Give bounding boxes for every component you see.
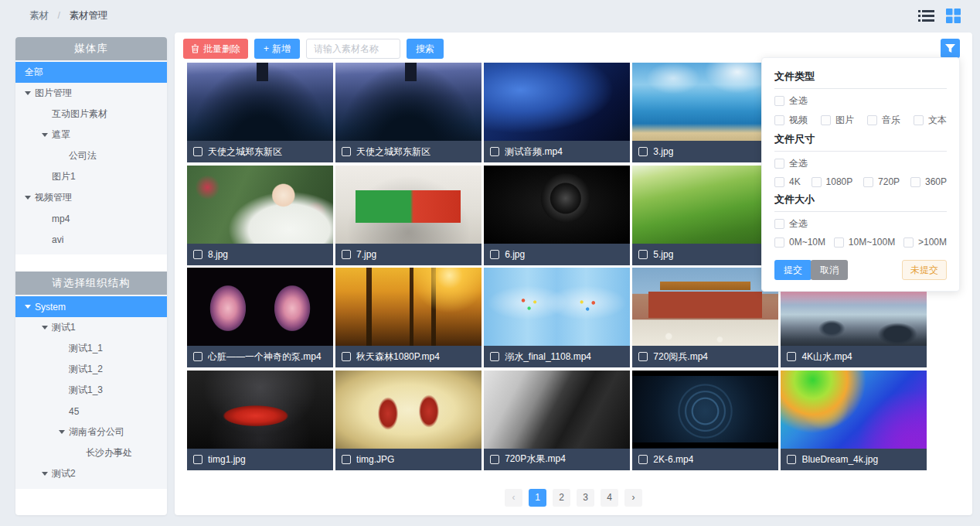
- filter-option[interactable]: >100M: [903, 237, 947, 248]
- org-tree-item[interactable]: 测试2: [15, 463, 167, 484]
- filter-option[interactable]: 图片: [821, 114, 854, 127]
- checkbox-icon[interactable]: [914, 115, 924, 125]
- media-checkbox[interactable]: [342, 455, 351, 464]
- cancel-button[interactable]: 取消: [811, 260, 848, 280]
- caret-down-icon[interactable]: [25, 305, 35, 309]
- media-checkbox[interactable]: [787, 352, 796, 361]
- media-card[interactable]: timg.JPG: [335, 371, 481, 470]
- media-card[interactable]: 秋天森林1080P.mp4: [335, 268, 481, 367]
- media-thumbnail[interactable]: [484, 268, 630, 346]
- media-card[interactable]: 5.jpg: [632, 166, 778, 265]
- media-tree-item[interactable]: 全部: [15, 62, 167, 83]
- media-card[interactable]: 2K-6.mp4: [632, 371, 778, 470]
- media-checkbox[interactable]: [638, 455, 648, 464]
- caret-down-icon[interactable]: [42, 326, 52, 330]
- media-card[interactable]: 3.jpg: [632, 63, 778, 162]
- org-tree-item[interactable]: 测试1: [15, 317, 167, 338]
- media-thumbnail[interactable]: [187, 166, 333, 244]
- page-button[interactable]: 2: [553, 489, 570, 507]
- media-thumbnail[interactable]: [632, 166, 778, 244]
- search-button[interactable]: 搜索: [407, 39, 444, 59]
- org-tree-item[interactable]: System: [15, 296, 167, 317]
- filter-option[interactable]: 音乐: [867, 114, 900, 127]
- org-tree-item[interactable]: 测试1_2: [15, 359, 167, 380]
- filter-select-all[interactable]: 全选: [774, 89, 808, 109]
- media-tree-item[interactable]: mp4: [15, 208, 167, 229]
- org-tree-item[interactable]: 长沙办事处: [15, 442, 167, 463]
- checkbox-icon[interactable]: [863, 177, 873, 187]
- org-tree-item[interactable]: 测试1_3: [15, 380, 167, 401]
- checkbox-icon[interactable]: [774, 115, 784, 125]
- media-thumbnail[interactable]: [484, 166, 630, 244]
- caret-down-icon[interactable]: [25, 196, 35, 200]
- media-thumbnail[interactable]: [781, 371, 927, 449]
- media-thumbnail[interactable]: [335, 166, 481, 244]
- media-card[interactable]: 720阅兵.mp4: [632, 268, 778, 367]
- filter-option[interactable]: 1080P: [812, 176, 853, 187]
- caret-down-icon[interactable]: [42, 472, 52, 476]
- media-tree-item[interactable]: 图片管理: [15, 83, 167, 104]
- media-card[interactable]: 天使之城郑东新区: [187, 63, 333, 162]
- media-checkbox[interactable]: [342, 250, 351, 259]
- media-card[interactable]: 测试音频.mp4: [484, 63, 630, 162]
- media-checkbox[interactable]: [193, 455, 202, 464]
- media-card[interactable]: BlueDream_4k.jpg: [781, 371, 927, 470]
- filter-option[interactable]: 视频: [774, 114, 808, 127]
- media-card[interactable]: timg1.jpg: [187, 371, 333, 470]
- page-button[interactable]: 4: [601, 489, 618, 507]
- media-card[interactable]: 溺水_final_1108.mp4: [484, 268, 630, 367]
- filter-option[interactable]: 10M~100M: [834, 237, 895, 248]
- checkbox-icon[interactable]: [774, 219, 784, 229]
- media-thumbnail[interactable]: [632, 63, 778, 141]
- media-checkbox[interactable]: [490, 352, 499, 361]
- breadcrumb-item-material[interactable]: 素材: [29, 10, 49, 21]
- media-checkbox[interactable]: [342, 352, 351, 361]
- media-tree-item[interactable]: 互动图片素材: [15, 104, 167, 125]
- media-thumbnail[interactable]: [632, 268, 778, 346]
- media-thumbnail[interactable]: [187, 63, 333, 141]
- submit-button[interactable]: 提交: [774, 260, 812, 280]
- media-checkbox[interactable]: [490, 147, 499, 156]
- media-thumbnail[interactable]: [484, 63, 630, 141]
- media-thumbnail[interactable]: [335, 268, 481, 346]
- media-thumbnail[interactable]: [484, 371, 630, 449]
- filter-option[interactable]: 4K: [774, 176, 801, 187]
- batch-delete-button[interactable]: 批量删除: [183, 39, 248, 59]
- media-checkbox[interactable]: [787, 455, 796, 464]
- checkbox-icon[interactable]: [867, 115, 877, 125]
- caret-down-icon[interactable]: [59, 430, 69, 434]
- media-checkbox[interactable]: [193, 250, 202, 259]
- checkbox-icon[interactable]: [774, 237, 784, 248]
- filter-option[interactable]: 720P: [863, 176, 900, 187]
- not-submitted-badge[interactable]: 未提交: [902, 260, 947, 280]
- add-button[interactable]: + 新增: [254, 39, 300, 59]
- checkbox-icon[interactable]: [821, 115, 831, 125]
- media-thumbnail[interactable]: [335, 371, 481, 449]
- media-thumbnail[interactable]: [632, 371, 778, 449]
- media-thumbnail[interactable]: [187, 371, 333, 449]
- page-button[interactable]: 3: [577, 489, 594, 507]
- filter-option[interactable]: 文本: [914, 114, 947, 127]
- media-checkbox[interactable]: [342, 147, 351, 156]
- media-checkbox[interactable]: [193, 352, 202, 361]
- media-checkbox[interactable]: [638, 147, 648, 156]
- media-card[interactable]: 7.jpg: [335, 166, 481, 265]
- checkbox-icon[interactable]: [910, 177, 920, 187]
- media-checkbox[interactable]: [193, 147, 202, 156]
- media-card[interactable]: 720P水果.mp4: [484, 371, 630, 470]
- checkbox-icon[interactable]: [812, 177, 822, 187]
- prev-page-button[interactable]: ‹: [505, 489, 522, 507]
- media-tree-item[interactable]: 遮罩: [15, 125, 167, 145]
- media-thumbnail[interactable]: [187, 268, 333, 346]
- media-checkbox[interactable]: [638, 352, 648, 361]
- filter-option[interactable]: 360P: [910, 176, 947, 187]
- media-checkbox[interactable]: [490, 250, 499, 259]
- media-checkbox[interactable]: [638, 250, 648, 259]
- checkbox-icon[interactable]: [774, 177, 784, 187]
- media-card[interactable]: 天使之城郑东新区: [335, 63, 481, 162]
- grid-view-icon[interactable]: [944, 9, 961, 22]
- page-button[interactable]: 1: [529, 489, 546, 507]
- media-card[interactable]: 6.jpg: [484, 166, 630, 265]
- media-tree-item[interactable]: 视频管理: [15, 187, 167, 208]
- media-card[interactable]: 8.jpg: [187, 166, 333, 265]
